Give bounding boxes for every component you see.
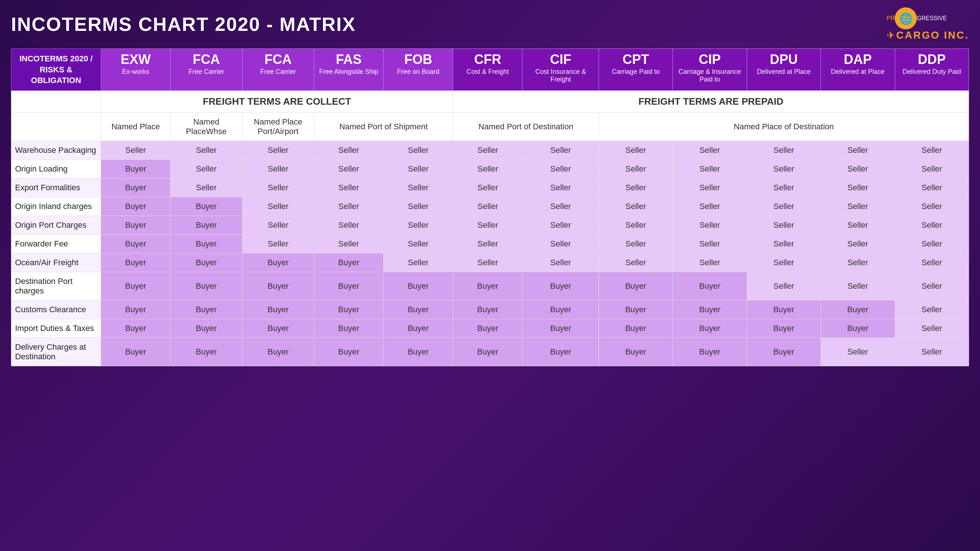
cell-value: Seller bbox=[747, 178, 821, 197]
table-row: Delivery Charges at DestinationBuyerBuye… bbox=[11, 338, 969, 366]
cell-value: Seller bbox=[522, 216, 599, 234]
cell-value: Buyer bbox=[170, 197, 242, 216]
named-fas-fob: Named Port of Shipment bbox=[314, 113, 453, 141]
cell-value: Buyer bbox=[242, 319, 314, 338]
table-row: Origin Inland chargesBuyerBuyerSellerSel… bbox=[11, 197, 969, 216]
cell-value: Seller bbox=[895, 141, 969, 159]
row-label: Forwarder Fee bbox=[11, 234, 101, 253]
cell-value: Seller bbox=[821, 159, 895, 178]
cell-value: Seller bbox=[453, 234, 522, 253]
cell-value: Buyer bbox=[453, 272, 522, 300]
cell-value: Seller bbox=[821, 234, 895, 253]
cell-value: Seller bbox=[522, 234, 599, 253]
logo-row2: ✈ CARGO INC. bbox=[887, 29, 969, 41]
cell-value: Buyer bbox=[101, 159, 170, 178]
cell-value: Seller bbox=[821, 253, 895, 272]
cell-value: Buyer bbox=[101, 178, 170, 197]
cell-value: Buyer bbox=[101, 338, 170, 366]
named-exw: Named Place bbox=[101, 113, 170, 141]
cell-value: Seller bbox=[453, 159, 522, 178]
cell-value: Buyer bbox=[242, 253, 314, 272]
col-dpu: DPU Delivered at Place bbox=[747, 49, 821, 91]
col-cif: CIF Cost Insurance & Freight bbox=[522, 49, 599, 91]
cell-value: Buyer bbox=[747, 319, 821, 338]
cell-value: Buyer bbox=[673, 338, 747, 366]
named-empty bbox=[11, 113, 101, 141]
cell-value: Buyer bbox=[673, 272, 747, 300]
cell-value: Buyer bbox=[101, 272, 170, 300]
table-row: Warehouse PackagingSellerSellerSellerSel… bbox=[11, 141, 969, 159]
cell-value: Buyer bbox=[453, 300, 522, 319]
cell-value: Seller bbox=[242, 234, 314, 253]
cell-value: Seller bbox=[895, 319, 969, 338]
row-label: Origin Inland charges bbox=[11, 197, 101, 216]
row-label: Export Formalities bbox=[11, 178, 101, 197]
cell-value: Buyer bbox=[522, 319, 599, 338]
table-row: Import Duties & TaxesBuyerBuyerBuyerBuye… bbox=[11, 319, 969, 338]
freight-terms-row: FREIGHT TERMS ARE COLLECT FREIGHT TERMS … bbox=[11, 91, 969, 113]
cell-value: Buyer bbox=[314, 253, 383, 272]
cell-value: Buyer bbox=[101, 197, 170, 216]
cell-value: Seller bbox=[747, 253, 821, 272]
cell-value: Buyer bbox=[522, 272, 599, 300]
cell-value: Buyer bbox=[383, 272, 453, 300]
cell-value: Seller bbox=[598, 141, 673, 159]
cell-value: Seller bbox=[598, 253, 673, 272]
cell-value: Seller bbox=[598, 159, 673, 178]
cell-value: Buyer bbox=[383, 300, 453, 319]
table-body: Warehouse PackagingSellerSellerSellerSel… bbox=[11, 141, 969, 366]
col-exw: EXW Ex-works bbox=[101, 49, 170, 91]
cell-value: Buyer bbox=[170, 216, 242, 234]
cell-value: Seller bbox=[895, 234, 969, 253]
cell-value: Buyer bbox=[242, 272, 314, 300]
cell-value: Buyer bbox=[170, 234, 242, 253]
table-row: Origin LoadingBuyerSellerSellerSellerSel… bbox=[11, 159, 969, 178]
cell-value: Seller bbox=[747, 197, 821, 216]
row-label: Customs Clearance bbox=[11, 300, 101, 319]
cell-value: Seller bbox=[821, 141, 895, 159]
cell-value: Seller bbox=[895, 253, 969, 272]
cell-value: Seller bbox=[453, 253, 522, 272]
cell-value: Seller bbox=[821, 178, 895, 197]
cell-value: Seller bbox=[383, 197, 453, 216]
freight-prepaid: FREIGHT TERMS ARE PREPAID bbox=[453, 91, 969, 113]
table-row: Destination Port chargesBuyerBuyerBuyerB… bbox=[11, 272, 969, 300]
cell-value: Seller bbox=[895, 338, 969, 366]
cell-value: Seller bbox=[598, 197, 673, 216]
header-row: INCOTERMS 2020 / RISKS & OBLIGATION EXW … bbox=[11, 49, 969, 91]
cell-value: Buyer bbox=[821, 300, 895, 319]
cell-value: Seller bbox=[821, 216, 895, 234]
cell-value: Buyer bbox=[673, 300, 747, 319]
cell-value: Seller bbox=[170, 141, 242, 159]
cell-value: Buyer bbox=[101, 300, 170, 319]
cell-value: Buyer bbox=[170, 253, 242, 272]
cell-value: Seller bbox=[383, 253, 453, 272]
col-fca2: FCA Free Carrier bbox=[242, 49, 314, 91]
cell-value: Seller bbox=[747, 234, 821, 253]
cell-value: Buyer bbox=[453, 338, 522, 366]
cell-value: Seller bbox=[522, 178, 599, 197]
named-fca1: Named PlaceWhse bbox=[170, 113, 242, 141]
cell-value: Seller bbox=[673, 141, 747, 159]
col-ddp: DDP Delivered Duty Paid bbox=[895, 49, 969, 91]
cell-value: Buyer bbox=[673, 319, 747, 338]
col-fca1: FCA Free Carrier bbox=[170, 49, 242, 91]
cell-value: Buyer bbox=[747, 338, 821, 366]
cell-value: Buyer bbox=[242, 338, 314, 366]
cell-value: Buyer bbox=[314, 272, 383, 300]
cell-value: Seller bbox=[673, 253, 747, 272]
cell-value: Buyer bbox=[821, 319, 895, 338]
freight-collect: FREIGHT TERMS ARE COLLECT bbox=[101, 91, 453, 113]
cell-value: Buyer bbox=[170, 272, 242, 300]
named-fca2: Named Place Port/Airport bbox=[242, 113, 314, 141]
cell-value: Seller bbox=[821, 338, 895, 366]
cell-value: Buyer bbox=[314, 319, 383, 338]
cell-value: Buyer bbox=[598, 300, 673, 319]
globe-icon: 🌐 bbox=[895, 7, 917, 29]
cell-value: Buyer bbox=[453, 319, 522, 338]
cell-value: Seller bbox=[895, 216, 969, 234]
cell-value: Seller bbox=[673, 216, 747, 234]
table-row: Forwarder FeeBuyerBuyerSellerSellerSelle… bbox=[11, 234, 969, 253]
cell-value: Seller bbox=[242, 216, 314, 234]
cell-value: Buyer bbox=[522, 300, 599, 319]
